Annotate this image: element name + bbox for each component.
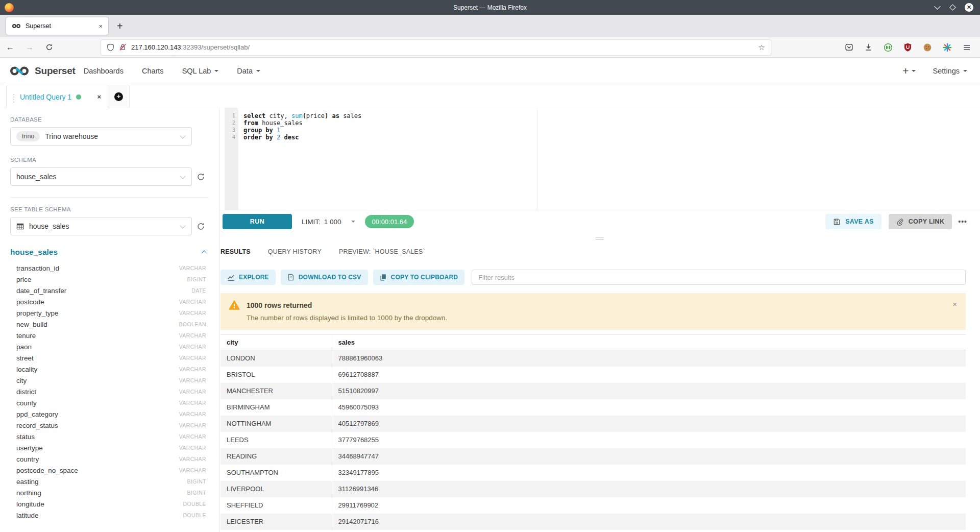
privacy-badger-icon[interactable]	[884, 43, 893, 52]
column-type: VARCHAR	[179, 467, 206, 473]
tab-results[interactable]: RESULTS	[220, 248, 251, 255]
refresh-table-icon[interactable]	[197, 222, 205, 231]
tab-query-history[interactable]: QUERY HISTORY	[268, 248, 322, 255]
copy-clipboard-button[interactable]: COPY TO CLIPBOARD	[373, 270, 465, 285]
column-type: VARCHAR	[179, 265, 206, 271]
new-tab-button[interactable]: +	[117, 20, 123, 32]
bookmark-star-icon[interactable]: ☆	[758, 43, 765, 52]
column-header-city[interactable]: city	[220, 335, 332, 350]
column-name: tenure	[16, 332, 36, 340]
shield-icon[interactable]	[107, 43, 114, 51]
column-type: VARCHAR	[179, 355, 206, 361]
column-name: city	[16, 377, 27, 384]
query-tab-close-icon[interactable]: ×	[97, 93, 101, 101]
limit-dropdown[interactable]: LIMIT: 1 000	[302, 218, 355, 226]
url-bar[interactable]: 217.160.120.143:32393/superset/sqllab/ ☆	[101, 40, 771, 55]
column-header-sales[interactable]: sales	[332, 335, 966, 350]
column-type: BIGINT	[187, 478, 206, 485]
column-name: latitude	[16, 512, 39, 519]
browser-tab-label: Superset	[26, 22, 51, 30]
rows-returned-banner: 1000 rows returned The number of rows di…	[220, 293, 966, 330]
clipboard-icon	[380, 274, 387, 281]
schema-column-row: longitudeDOUBLE	[10, 498, 209, 510]
column-name: transaction_id	[16, 264, 59, 272]
column-name: status	[16, 433, 35, 441]
splitter-grip-icon	[596, 237, 604, 239]
column-name: price	[16, 276, 31, 283]
column-type: VARCHAR	[179, 299, 206, 305]
table-row: LEEDS37779768255	[220, 432, 966, 448]
browser-tab-superset[interactable]: Superset ×	[6, 17, 108, 35]
more-options-button[interactable]: •••	[958, 217, 967, 226]
pocket-icon[interactable]	[845, 43, 853, 52]
plus-circle-icon: +	[114, 92, 123, 101]
asterisk-extension-icon[interactable]	[943, 43, 952, 52]
chart-line-icon	[227, 274, 235, 281]
editor-code[interactable]: select city, sum(price) as salesfrom hou…	[238, 108, 361, 210]
new-dropdown-button[interactable]: +	[902, 65, 915, 77]
copy-link-button[interactable]: COPY LINK	[889, 214, 952, 229]
refresh-schema-icon[interactable]	[197, 173, 205, 181]
nav-item-sql-lab[interactable]: SQL Lab	[182, 67, 219, 75]
superset-favicon-icon	[12, 23, 21, 29]
table-select[interactable]: house_sales	[10, 217, 192, 235]
column-name: usertype	[16, 444, 43, 452]
query-tab-title: Untitled Query 1	[20, 93, 71, 101]
schema-select[interactable]: house_sales	[10, 167, 192, 186]
settings-menu[interactable]: Settings	[933, 67, 967, 75]
tab-close-icon[interactable]: ×	[99, 22, 103, 30]
column-type: VARCHAR	[179, 366, 206, 372]
column-type: VARCHAR	[179, 332, 206, 338]
column-type: VARCHAR	[179, 445, 206, 451]
insecure-lock-icon[interactable]	[119, 43, 127, 51]
forward-icon[interactable]: →	[26, 43, 34, 52]
window-maximize-icon[interactable]	[949, 4, 956, 11]
download-icon[interactable]	[864, 43, 873, 52]
table-row: LONDON788861960063	[220, 350, 966, 367]
nav-item-data[interactable]: Data	[237, 67, 260, 75]
chevron-down-icon	[351, 221, 355, 223]
column-name: longitude	[16, 500, 44, 508]
download-csv-button[interactable]: DOWNLOAD TO CSV	[281, 270, 368, 285]
database-select[interactable]: trino Trino warehouse	[10, 127, 192, 146]
database-label: DATABASE	[10, 116, 209, 123]
superset-brand[interactable]: Superset	[9, 65, 76, 77]
window-close-icon[interactable]: ✕	[965, 3, 973, 12]
nav-item-dashboards[interactable]: Dashboards	[84, 67, 124, 75]
back-icon[interactable]: ←	[6, 43, 14, 52]
browser-tabbar: Superset × +	[0, 15, 980, 37]
chevron-down-icon	[180, 173, 185, 179]
collapse-chevron-icon[interactable]	[201, 250, 207, 256]
add-query-tab-button[interactable]: +	[108, 85, 130, 108]
tab-preview-house-sales[interactable]: PREVIEW: `HOUSE_SALES`	[339, 248, 425, 255]
run-button[interactable]: RUN	[223, 214, 292, 229]
chevron-down-icon	[963, 70, 967, 72]
schema-column-row: date_of_transferDATE	[10, 285, 209, 296]
save-as-button[interactable]: SAVE AS	[825, 214, 881, 229]
schema-column-row: postcodeVARCHAR	[10, 296, 209, 307]
filter-results-input[interactable]	[472, 270, 966, 285]
schema-column-row: transaction_idVARCHAR	[10, 262, 209, 274]
explore-button[interactable]: EXPLORE	[220, 270, 276, 285]
browser-toolbar: ← → 217.160.120.143:32393/superset/sqlla…	[0, 37, 980, 58]
query-tab-untitled-query-1[interactable]: Untitled Query 1 ×	[6, 85, 108, 108]
column-type: DOUBLE	[183, 501, 206, 507]
ublock-shield-icon[interactable]	[903, 43, 912, 52]
column-name: easting	[16, 478, 39, 486]
schema-column-row: usertypeVARCHAR	[10, 442, 209, 453]
pane-splitter[interactable]	[219, 233, 980, 243]
schema-column-row: statusVARCHAR	[10, 431, 209, 442]
brand-name: Superset	[35, 65, 76, 77]
menu-hamburger-icon[interactable]	[963, 43, 971, 52]
drag-handle-icon[interactable]	[13, 96, 14, 98]
code-line: order by 2 desc	[243, 134, 361, 141]
banner-close-icon[interactable]: ×	[952, 300, 957, 308]
cookie-icon[interactable]	[923, 43, 932, 52]
schema-column-row: localityVARCHAR	[10, 364, 209, 375]
reload-icon[interactable]	[45, 43, 53, 51]
sql-editor[interactable]: 1234 select city, sum(price) as salesfro…	[219, 108, 980, 210]
chevron-down-icon	[214, 70, 218, 72]
nav-item-charts[interactable]: Charts	[142, 67, 164, 75]
editor-toolbar: RUN LIMIT: 1 000 00:00:01.64 SAVE AS	[219, 210, 980, 233]
schema-column-row: paonVARCHAR	[10, 341, 209, 352]
